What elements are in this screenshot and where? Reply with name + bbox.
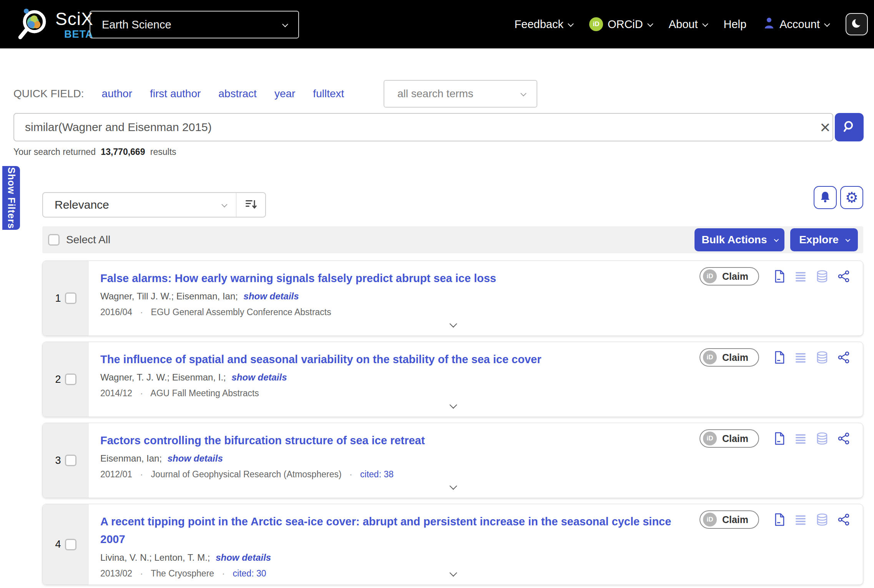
about-menu[interactable]: About	[669, 18, 707, 31]
pub-separator: ·	[140, 307, 143, 317]
dark-mode-toggle[interactable]	[846, 13, 868, 35]
abstract-document-icon[interactable]	[774, 432, 785, 445]
quick-field-author[interactable]: author	[102, 88, 132, 100]
chevron-down-icon	[568, 21, 574, 27]
show-details-link[interactable]: show details	[231, 372, 287, 382]
chevron-down-icon	[774, 237, 779, 242]
share-icon[interactable]	[837, 513, 850, 526]
search-terms-select[interactable]: all search terms	[384, 80, 537, 108]
sort-select-value: Relevance	[55, 198, 109, 211]
result-actions: iD Claim	[700, 267, 850, 286]
show-filters-tab[interactable]: Show Filters	[2, 166, 20, 230]
result-checkbox[interactable]	[65, 374, 76, 385]
show-details-link[interactable]: show details	[216, 552, 271, 563]
claim-label: Claim	[722, 271, 748, 282]
abstract-document-icon[interactable]	[774, 270, 785, 283]
result-selector: 4	[43, 504, 89, 585]
gear-icon: ⚙	[845, 190, 858, 205]
pub-separator: ·	[140, 568, 143, 578]
citations-list-icon[interactable]	[794, 351, 807, 364]
feedback-menu[interactable]: Feedback	[515, 18, 572, 31]
data-products-icon[interactable]	[816, 432, 828, 445]
quick-field-row: QUICK FIELD: author first author abstrac…	[13, 80, 344, 108]
result-selector: 2	[43, 342, 89, 417]
data-products-icon[interactable]	[816, 513, 828, 526]
abstract-document-icon[interactable]	[774, 513, 785, 526]
claim-label: Claim	[722, 433, 748, 444]
citations-list-icon[interactable]	[794, 513, 807, 526]
clear-search-button[interactable]: ×	[814, 113, 837, 141]
search-button[interactable]	[835, 113, 864, 141]
result-pub-info: 2016/04 · EGU General Assembly Conferenc…	[100, 307, 686, 317]
citations-list-icon[interactable]	[794, 432, 807, 445]
result-actions: iD Claim	[700, 510, 850, 529]
explore-label: Explore	[799, 234, 839, 246]
share-icon[interactable]	[837, 432, 850, 445]
select-all-checkbox[interactable]	[48, 234, 60, 246]
cited-count-link[interactable]: cited: 30	[233, 568, 266, 578]
scix-logo[interactable]: SciX BETA	[15, 6, 93, 43]
result-selector: 1	[43, 261, 89, 336]
notifications-button[interactable]	[814, 186, 837, 209]
result-title-link[interactable]: The influence of spatial and seasonal va…	[100, 350, 686, 368]
account-label: Account	[779, 18, 820, 31]
result-content: False alarms: How early warning signals …	[100, 269, 686, 317]
expand-result-button[interactable]	[450, 403, 455, 410]
data-products-icon[interactable]	[816, 351, 828, 364]
result-title-link[interactable]: False alarms: How early warning signals …	[100, 269, 686, 287]
brand-beta-badge: BETA	[64, 29, 93, 40]
help-link[interactable]: Help	[724, 18, 747, 31]
result-checkbox[interactable]	[65, 455, 76, 466]
search-input[interactable]	[13, 113, 833, 141]
expand-result-button[interactable]	[450, 571, 455, 578]
cited-count-link[interactable]: cited: 38	[360, 469, 394, 479]
expand-result-button[interactable]	[450, 322, 455, 329]
person-icon	[763, 17, 775, 32]
result-title-link[interactable]: Factors controlling the bifurcation stru…	[100, 432, 686, 449]
orcid-claim-button[interactable]: iD Claim	[700, 348, 759, 367]
orcid-label: ORCiD	[608, 18, 643, 31]
settings-button[interactable]: ⚙	[840, 186, 863, 209]
result-checkbox[interactable]	[65, 292, 76, 304]
collection-select[interactable]: Earth Science	[90, 11, 299, 38]
citations-list-icon[interactable]	[794, 270, 807, 282]
result-actions: iD Claim	[700, 429, 850, 448]
chevron-down-icon	[282, 21, 288, 27]
show-details-link[interactable]: show details	[168, 453, 223, 463]
authors-text: Wagner, Till J. W.; Eisenman, Ian;	[100, 291, 238, 301]
sort-direction-button[interactable]	[236, 192, 266, 218]
quick-field-year[interactable]: year	[274, 88, 295, 100]
result-checkbox[interactable]	[65, 539, 76, 550]
quick-field-abstract[interactable]: abstract	[218, 88, 257, 100]
expand-result-button[interactable]	[450, 484, 455, 491]
orcid-menu[interactable]: iD ORCiD	[589, 17, 652, 31]
orcid-claim-button[interactable]: iD Claim	[700, 267, 759, 286]
result-content: A recent tipping point in the Arctic sea…	[100, 513, 686, 579]
result-index: 2	[55, 374, 61, 385]
orcid-claim-button[interactable]: iD Claim	[700, 510, 759, 529]
abstract-document-icon[interactable]	[774, 351, 785, 364]
sort-select[interactable]: Relevance	[42, 192, 237, 218]
result-index: 3	[55, 455, 61, 467]
bulk-actions-button[interactable]: Bulk Actions	[695, 228, 784, 251]
chevron-down-icon	[845, 237, 850, 242]
share-icon[interactable]	[837, 270, 850, 282]
explore-button[interactable]: Explore	[790, 228, 858, 251]
data-products-icon[interactable]	[816, 270, 828, 283]
show-details-link[interactable]: show details	[244, 291, 299, 301]
show-filters-label: Show Filters	[6, 167, 17, 229]
result-title-link[interactable]: A recent tipping point in the Arctic sea…	[100, 513, 686, 548]
share-icon[interactable]	[837, 351, 850, 364]
quick-field-fulltext[interactable]: fulltext	[313, 88, 344, 100]
pub-venue: The Cryosphere	[151, 568, 214, 578]
chevron-down-icon	[450, 401, 457, 409]
pub-venue: AGU Fall Meeting Abstracts	[150, 388, 259, 398]
quick-field-first-author[interactable]: first author	[150, 88, 201, 100]
chevron-down-icon	[702, 21, 708, 27]
orcid-claim-button[interactable]: iD Claim	[700, 429, 759, 448]
pub-separator: ·	[140, 388, 143, 398]
navbar: SciX BETA Earth Science Feedback iD ORCi…	[0, 0, 874, 48]
claim-label: Claim	[722, 352, 748, 363]
account-menu[interactable]: Account	[763, 17, 829, 32]
result-card: 1 False alarms: How early warning signal…	[42, 261, 863, 336]
